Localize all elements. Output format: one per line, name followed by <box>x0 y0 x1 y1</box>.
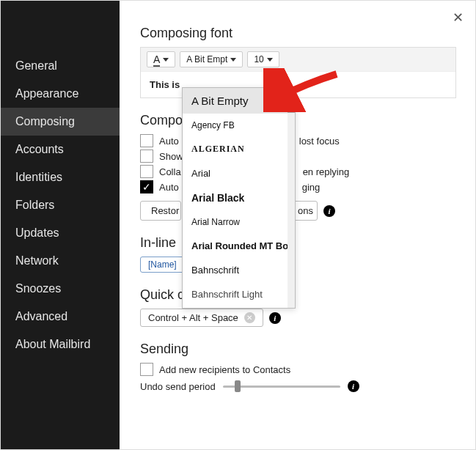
check-label: Colla <box>159 166 181 177</box>
slider-thumb[interactable] <box>235 380 241 392</box>
check-label-right: ging <box>302 182 321 193</box>
shortcut-value: Control + Alt + Space <box>148 312 238 323</box>
shortcut-input[interactable]: Control + Alt + Space ✕ <box>140 309 263 327</box>
font-family-button[interactable]: A Bit Empt <box>180 51 243 67</box>
undo-send-slider[interactable] <box>223 380 340 392</box>
scrollbar-thumb[interactable] <box>288 88 295 113</box>
font-option-arial-black[interactable]: Arial Black <box>183 185 295 210</box>
font-toolbar: A A Bit Empt 10 <box>141 48 455 72</box>
check-label: Show <box>159 151 183 162</box>
font-option-arial-narrow[interactable]: Arial Narrow <box>183 210 295 234</box>
check-label-right: lost focus <box>299 136 340 147</box>
sidebar-item-about[interactable]: About Mailbird <box>1 331 120 358</box>
info-icon[interactable]: i <box>323 205 335 217</box>
sidebar-item-snoozes[interactable]: Snoozes <box>1 275 120 303</box>
font-size-button[interactable]: 10 <box>247 51 279 67</box>
sidebar-item-general[interactable]: General <box>1 52 120 80</box>
checkbox-icon[interactable] <box>140 134 153 147</box>
checkbox-icon[interactable] <box>140 150 153 163</box>
undo-send-label: Undo send period <box>140 381 216 392</box>
font-family-value: A Bit Empt <box>186 54 227 64</box>
sending-section-title: Sending <box>140 342 456 357</box>
font-size-value: 10 <box>254 54 263 64</box>
sidebar-item-folders[interactable]: Folders <box>1 191 120 219</box>
font-option-algerian[interactable]: ALGERIAN <box>183 137 295 161</box>
font-color-icon: A <box>153 54 160 64</box>
font-color-button[interactable]: A <box>147 51 175 67</box>
font-dropdown[interactable]: A Bit Empty Agency FB ALGERIAN Arial Ari… <box>182 87 296 309</box>
clear-icon[interactable]: ✕ <box>244 312 255 323</box>
sidebar-item-accounts[interactable]: Accounts <box>1 136 120 163</box>
chevron-down-icon <box>230 58 236 62</box>
font-option-bahnschrift[interactable]: Bahnschrift <box>183 258 295 282</box>
slider-track <box>223 386 340 388</box>
check-label-right: en replying <box>303 166 350 177</box>
sidebar-item-network[interactable]: Network <box>1 247 120 275</box>
font-option-arial[interactable]: Arial <box>183 161 295 185</box>
restore-button[interactable]: Restor <box>140 201 181 221</box>
sidebar: General Appearance Composing Accounts Id… <box>1 1 120 449</box>
sidebar-item-composing[interactable]: Composing <box>1 108 120 136</box>
check-label: Auto <box>159 182 179 193</box>
font-option-arial-rounded[interactable]: Arial Rounded MT Bold <box>183 234 295 258</box>
font-option-a-bit-empty[interactable]: A Bit Empty <box>183 88 295 114</box>
font-option-agency-fb[interactable]: Agency FB <box>183 114 295 137</box>
close-icon[interactable]: ✕ <box>453 10 464 26</box>
check-label: Add new recipients to Contacts <box>159 364 290 375</box>
composing-font-title: Composing font <box>140 26 456 41</box>
checkbox-icon[interactable] <box>140 165 153 178</box>
chevron-down-icon <box>267 58 273 62</box>
main-panel: ✕ Composing font A A Bit Empt 10 This is… <box>120 1 475 449</box>
font-option-bahnschrift-light[interactable]: Bahnschrift Light <box>183 282 295 306</box>
check-label: Auto <box>159 136 179 147</box>
check-add-contacts[interactable]: Add new recipients to Contacts <box>140 363 456 376</box>
sidebar-item-updates[interactable]: Updates <box>1 219 120 247</box>
inline-name-tag[interactable]: [Name] <box>140 257 185 273</box>
scrollbar[interactable] <box>288 88 295 308</box>
sidebar-item-appearance[interactable]: Appearance <box>1 80 120 108</box>
info-icon[interactable]: i <box>269 312 281 324</box>
chevron-down-icon <box>163 58 169 62</box>
info-icon[interactable]: i <box>348 380 359 392</box>
checkbox-checked-icon[interactable]: ✓ <box>140 180 153 193</box>
sidebar-item-advanced[interactable]: Advanced <box>1 303 120 331</box>
checkbox-icon[interactable] <box>140 363 153 376</box>
sidebar-item-identities[interactable]: Identities <box>1 163 120 191</box>
